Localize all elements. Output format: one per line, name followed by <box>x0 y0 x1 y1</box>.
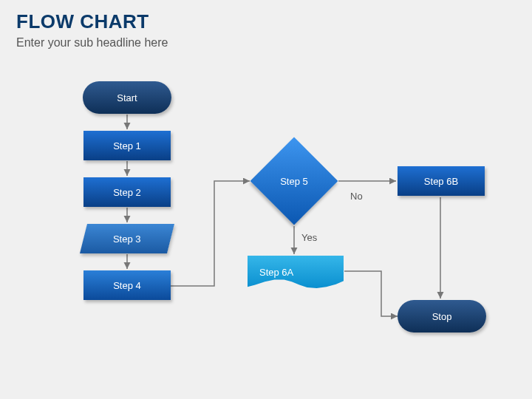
page-subtitle: Enter your sub headline here <box>16 36 516 50</box>
node-step2: Step 2 <box>83 177 171 207</box>
node-step1-label: Step 1 <box>113 140 141 151</box>
node-step5-label: Step 5 <box>280 176 308 187</box>
node-step1: Step 1 <box>83 131 171 160</box>
edge-label-yes: Yes <box>301 232 317 243</box>
edge-label-no: No <box>350 191 363 202</box>
node-step3-label: Step 3 <box>113 233 141 245</box>
flowchart-canvas: Start Step 1 Step 2 Step 3 Step 4 Step 5… <box>0 0 532 399</box>
page-title: Flow Chart <box>16 10 516 33</box>
node-step6a: Step 6A <box>248 256 344 288</box>
node-step2-label: Step 2 <box>113 187 141 198</box>
header: Flow Chart Enter your sub headline here <box>0 0 532 50</box>
node-stop-label: Stop <box>432 311 452 322</box>
node-start-label: Start <box>117 92 137 103</box>
connector-layer <box>0 0 532 399</box>
node-step5: Step 5 <box>250 137 338 225</box>
node-step6b-label: Step 6B <box>424 176 458 187</box>
node-step3: Step 3 <box>80 224 174 253</box>
node-stop: Stop <box>398 300 486 332</box>
node-step4: Step 4 <box>83 270 171 300</box>
node-step4-label: Step 4 <box>113 280 141 291</box>
node-start: Start <box>83 81 171 114</box>
node-step6a-label: Step 6A <box>259 267 293 278</box>
diamond-shape <box>250 137 338 225</box>
node-step6b: Step 6B <box>398 166 485 196</box>
